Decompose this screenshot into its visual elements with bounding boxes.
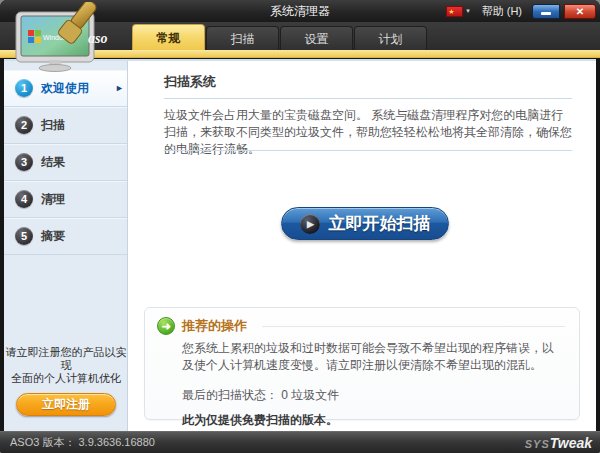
version-label: ASO3 版本： 3.9.3636.16880 (10, 432, 155, 453)
chevron-down-icon: ▾ (466, 7, 470, 15)
tab-scan[interactable]: 扫描 (206, 26, 279, 50)
step-number-badge: 3 (15, 153, 33, 171)
panel-header: ➜ 推荐的操作 (145, 308, 579, 335)
divider (262, 326, 565, 327)
last-scan-status: 最后的扫描状态： 0 垃圾文件 (182, 387, 579, 404)
register-button[interactable]: 立即注册 (16, 393, 116, 416)
tab-settings[interactable]: 设置 (280, 26, 353, 50)
minimize-button[interactable] (532, 4, 560, 19)
gold-strip (0, 50, 600, 58)
window-body: 1 欢迎使用 ► 2 扫描 3 结果 4 清理 5 摘要 (4, 61, 596, 431)
status-bar: ASO3 版本： 3.9.3636.16880 SYSTweak (0, 431, 600, 453)
step-list: 1 欢迎使用 ► 2 扫描 3 结果 4 清理 5 摘要 (4, 70, 127, 255)
step-number-badge: 1 (15, 79, 33, 97)
main-content: 扫描系统 垃圾文件会占用大量的宝贵磁盘空间。 系统与磁盘清理程序对您的电脑进行扫… (138, 61, 592, 431)
tab-general[interactable]: 常规 (132, 24, 205, 50)
help-menu[interactable]: 帮助 (H) (476, 4, 528, 19)
start-scan-button[interactable]: ▶ 立即开始扫描 (281, 207, 449, 240)
tabs: 常规 扫描 设置 计划 (132, 24, 428, 50)
recommended-actions-panel: ➜ 推荐的操作 您系统上累积的垃圾和过时数据可能会导致不希望出现的程序错误，以及… (144, 307, 580, 420)
close-button[interactable]: ✕ (564, 4, 596, 19)
titlebar-controls: ★ ▾ 帮助 (H) ✕ (444, 0, 596, 22)
app-window: 系统清理器 ★ ▾ 帮助 (H) ✕ 常规 扫描 设置 计划 (0, 0, 600, 453)
language-selector[interactable]: ★ ▾ (444, 5, 472, 18)
minimize-icon (541, 12, 551, 15)
brand-wordmark: aso (88, 31, 107, 47)
register-note: 请立即注册您的产品以实现 全面的个人计算机优化 (4, 346, 128, 385)
tab-schedule[interactable]: 计划 (354, 26, 427, 50)
step-number-badge: 4 (15, 190, 33, 208)
recommend-description: 您系统上累积的垃圾和过时数据可能会导致不希望出现的程序错误，以及使个人计算机速度… (182, 340, 559, 374)
panel-title: 推荐的操作 (182, 317, 247, 335)
sidebar-item-clean[interactable]: 4 清理 (4, 181, 127, 218)
step-number-badge: 5 (15, 227, 33, 245)
sidebar-item-scan[interactable]: 2 扫描 (4, 107, 127, 144)
divider (164, 150, 572, 151)
china-flag-icon: ★ (446, 6, 463, 17)
free-version-note: 此为仅提供免费扫描的版本。 (182, 412, 579, 429)
systweak-logo[interactable]: SYSTweak (525, 432, 592, 453)
sidebar-item-welcome[interactable]: 1 欢迎使用 ► (4, 70, 127, 107)
sidebar: 1 欢迎使用 ► 2 扫描 3 结果 4 清理 5 摘要 (4, 61, 128, 431)
green-arrow-icon: ➜ (157, 317, 175, 335)
step-number-badge: 2 (15, 116, 33, 134)
sidebar-item-results[interactable]: 3 结果 (4, 144, 127, 181)
sidebar-item-summary[interactable]: 5 摘要 (4, 218, 127, 255)
divider (164, 98, 572, 99)
close-icon: ✕ (576, 6, 584, 17)
title-bar: 系统清理器 ★ ▾ 帮助 (H) ✕ (0, 0, 600, 22)
page-title: 扫描系统 (164, 73, 576, 91)
play-icon: ▶ (300, 214, 320, 234)
start-scan-label: 立即开始扫描 (329, 212, 431, 235)
active-pointer-icon: ► (115, 83, 124, 93)
